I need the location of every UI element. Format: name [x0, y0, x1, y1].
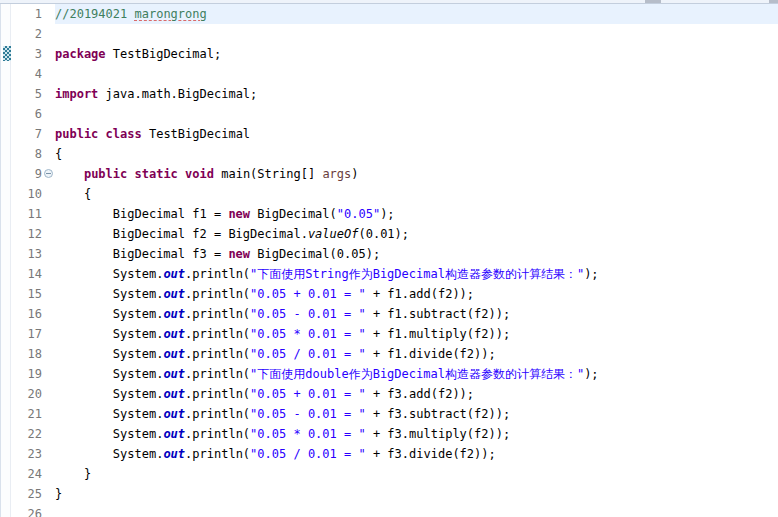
line-number: 10: [11, 184, 44, 204]
code-text[interactable]: //20194021 marongrong: [55, 4, 778, 24]
line-number: 12: [11, 224, 44, 244]
code-line[interactable]: 15 System.out.println("0.05 + 0.01 = " +…: [11, 284, 778, 304]
code-line[interactable]: 9 public static void main(String[] args): [11, 164, 778, 184]
fold-column: [44, 204, 55, 224]
code-text[interactable]: public static void main(String[] args): [55, 164, 778, 184]
code-text[interactable]: [55, 104, 778, 124]
fold-column: [44, 64, 55, 84]
code-line[interactable]: 1//20194021 marongrong: [11, 4, 778, 24]
code-line[interactable]: 22 System.out.println("0.05 * 0.01 = " +…: [11, 424, 778, 444]
code-text[interactable]: System.out.println("0.05 / 0.01 = " + f1…: [55, 344, 778, 364]
fold-column: [44, 484, 55, 504]
code-line[interactable]: 3package TestBigDecimal;: [11, 44, 778, 64]
fold-column: [44, 464, 55, 484]
code-text[interactable]: System.out.println("0.05 - 0.01 = " + f1…: [55, 304, 778, 324]
task-marker-icon[interactable]: [3, 46, 11, 61]
fold-column: [44, 264, 55, 284]
toolbar-fragment: [769, 0, 778, 3]
fold-column: [44, 224, 55, 244]
line-number: 3: [11, 44, 44, 64]
code-text[interactable]: System.out.println("0.05 + 0.01 = " + f1…: [55, 284, 778, 304]
code-line[interactable]: 4: [11, 64, 778, 84]
fold-column: [44, 384, 55, 404]
code-line[interactable]: 25}: [11, 484, 778, 504]
code-line[interactable]: 14 System.out.println("下面使用String作为BigDe…: [11, 264, 778, 284]
code-text[interactable]: System.out.println("0.05 * 0.01 = " + f3…: [55, 424, 778, 444]
code-text[interactable]: BigDecimal f2 = BigDecimal.valueOf(0.01)…: [55, 224, 778, 244]
line-number: 19: [11, 364, 44, 384]
fold-column: [44, 424, 55, 444]
code-line[interactable]: 24 }: [11, 464, 778, 484]
fold-collapse-icon[interactable]: [44, 169, 53, 178]
code-line[interactable]: 11 BigDecimal f1 = new BigDecimal("0.05"…: [11, 204, 778, 224]
code-line[interactable]: 16 System.out.println("0.05 - 0.01 = " +…: [11, 304, 778, 324]
code-editor[interactable]: 1//20194021 marongrong23package TestBigD…: [0, 0, 778, 517]
fold-column: [44, 284, 55, 304]
code-text[interactable]: public class TestBigDecimal: [55, 124, 778, 144]
code-text[interactable]: System.out.println("0.05 * 0.01 = " + f1…: [55, 324, 778, 344]
line-number: 22: [11, 424, 44, 444]
code-line[interactable]: 19 System.out.println("下面使用double作为BigDe…: [11, 364, 778, 384]
line-number: 8: [11, 144, 44, 164]
code-text[interactable]: System.out.println("下面使用String作为BigDecim…: [55, 264, 778, 284]
code-text[interactable]: System.out.println("下面使用double作为BigDecim…: [55, 364, 778, 384]
line-number: 14: [11, 264, 44, 284]
fold-column: [44, 44, 55, 64]
code-line[interactable]: 23 System.out.println("0.05 / 0.01 = " +…: [11, 444, 778, 464]
code-line[interactable]: 18 System.out.println("0.05 / 0.01 = " +…: [11, 344, 778, 364]
line-number: 25: [11, 484, 44, 504]
fold-column: [44, 164, 55, 184]
code-line[interactable]: 8{: [11, 144, 778, 164]
code-text[interactable]: [55, 504, 778, 517]
code-line[interactable]: 5import java.math.BigDecimal;: [11, 84, 778, 104]
line-number: 1: [11, 4, 44, 24]
code-line[interactable]: 10 {: [11, 184, 778, 204]
code-line[interactable]: 13 BigDecimal f3 = new BigDecimal(0.05);: [11, 244, 778, 264]
line-number: 20: [11, 384, 44, 404]
fold-column: [44, 4, 55, 24]
line-number: 11: [11, 204, 44, 224]
line-number: 24: [11, 464, 44, 484]
line-number: 2: [11, 24, 44, 44]
fold-column: [44, 304, 55, 324]
fold-column: [44, 324, 55, 344]
line-number: 16: [11, 304, 44, 324]
code-line[interactable]: 7public class TestBigDecimal: [11, 124, 778, 144]
code-text[interactable]: BigDecimal f3 = new BigDecimal(0.05);: [55, 244, 778, 264]
code-line[interactable]: 17 System.out.println("0.05 * 0.01 = " +…: [11, 324, 778, 344]
code-text[interactable]: }: [55, 484, 778, 504]
code-line[interactable]: 26: [11, 504, 778, 517]
code-text[interactable]: {: [55, 184, 778, 204]
code-line[interactable]: 6: [11, 104, 778, 124]
line-number: 21: [11, 404, 44, 424]
code-line[interactable]: 21 System.out.println("0.05 - 0.01 = " +…: [11, 404, 778, 424]
line-number: 13: [11, 244, 44, 264]
line-number: 7: [11, 124, 44, 144]
code-line[interactable]: 12 BigDecimal f2 = BigDecimal.valueOf(0.…: [11, 224, 778, 244]
code-text[interactable]: package TestBigDecimal;: [55, 44, 778, 64]
fold-column: [44, 124, 55, 144]
code-text[interactable]: [55, 24, 778, 44]
code-text[interactable]: [55, 64, 778, 84]
fold-column: [44, 364, 55, 384]
code-text[interactable]: BigDecimal f1 = new BigDecimal("0.05");: [55, 204, 778, 224]
line-number: 26: [11, 504, 44, 517]
code-text[interactable]: }: [55, 464, 778, 484]
code-text[interactable]: System.out.println("0.05 - 0.01 = " + f3…: [55, 404, 778, 424]
fold-column: [44, 444, 55, 464]
annotation-marker-bar[interactable]: [0, 4, 11, 517]
line-number: 17: [11, 324, 44, 344]
code-text[interactable]: System.out.println("0.05 + 0.01 = " + f3…: [55, 384, 778, 404]
code-text[interactable]: {: [55, 144, 778, 164]
code-line[interactable]: 20 System.out.println("0.05 + 0.01 = " +…: [11, 384, 778, 404]
line-number: 9: [11, 164, 44, 184]
code-lines[interactable]: 1//20194021 marongrong23package TestBigD…: [11, 4, 778, 517]
fold-column: [44, 104, 55, 124]
fold-column: [44, 84, 55, 104]
fold-column: [44, 404, 55, 424]
line-number: 15: [11, 284, 44, 304]
code-text[interactable]: import java.math.BigDecimal;: [55, 84, 778, 104]
fold-column: [44, 344, 55, 364]
code-line[interactable]: 2: [11, 24, 778, 44]
code-text[interactable]: System.out.println("0.05 / 0.01 = " + f3…: [55, 444, 778, 464]
